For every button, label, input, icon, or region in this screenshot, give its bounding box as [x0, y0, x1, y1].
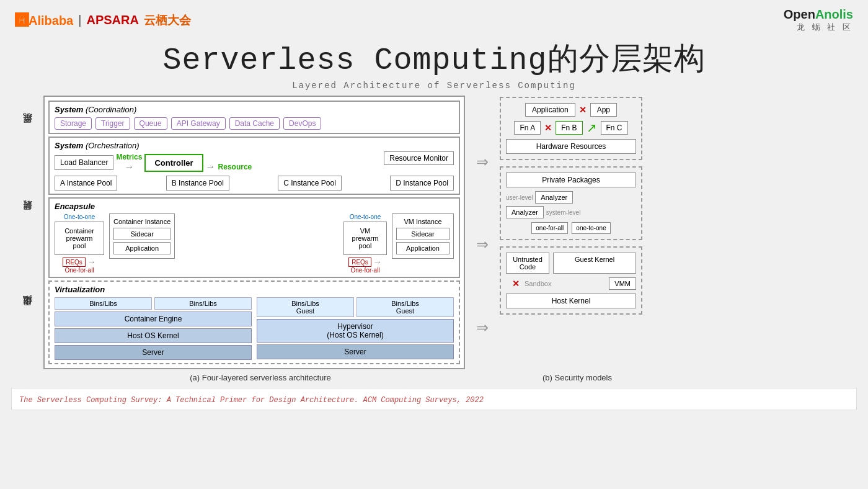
system-orch-header: System (Orchestration) [55, 141, 454, 150]
virt-header: Virtualization [55, 285, 454, 294]
sec-host-kernel: Host Kernel [506, 294, 636, 308]
sec-analyzer-2: Analyzer [506, 206, 544, 218]
sidecar-box-2: Sidecar [396, 228, 450, 240]
sec-fn-b: Fn B [556, 121, 582, 135]
system-coord-box: System (Coordination) Storage Trigger Qu… [48, 101, 460, 134]
sec-untrusted-code: UntrustedCode [506, 253, 549, 274]
sec-fn-a: Fn A [514, 121, 541, 135]
reference-box: The Serverless Computing Survey: A Techn… [11, 388, 857, 410]
instance-pools-row: A Instance Pool B Instance Pool C Instan… [55, 176, 454, 191]
vm-instance-title: VM Instance [396, 218, 450, 225]
encap-layer-label: 封装层 [11, 165, 43, 269]
sec-hardware-box: Hardware Resources [506, 139, 636, 154]
one-to-one-label-2: One-to-one [350, 213, 381, 220]
virt-layer-label: 虚拟化层 [11, 269, 43, 356]
sec-section-c: UntrustedCode Guest Kernel ✕ Sandbox VMM… [500, 246, 642, 315]
sec-application-box: Application [525, 103, 575, 117]
green-arrow-1: ↗ [587, 120, 597, 135]
reference-text: The Serverless Computing Survey: A Techn… [19, 396, 484, 405]
container-prewarm-box: Containerprewarmpool [55, 222, 104, 255]
caption-left: (a) Four-layered serverless architecture [50, 372, 471, 383]
container-side: One-to-one Containerprewarmpool REQs → O… [55, 213, 175, 274]
caption-right: (b) Security models [506, 372, 649, 383]
sec-user-level-row: user-level Analyzer [506, 191, 636, 204]
vm-instance-box: VM Instance Sidecar Application [392, 213, 454, 259]
system-orch-box: System (Orchestration) Resource Monitor … [48, 137, 460, 195]
right-diagram: Application ✕ App Fn A ✕ Fn B ↗ Fn C Har… [500, 96, 642, 369]
layer-labels-col: 系统层 封装层 虚拟化层 [11, 96, 43, 356]
content-area: 系统层 封装层 虚拟化层 System (Coordination) Stora… [0, 96, 868, 369]
vm-side: One-to-one VMprewarmpool REQs → One-for-… [343, 213, 454, 274]
tag-queue: Queue [134, 117, 167, 130]
bins-libs-box-2: Bins/Libs [154, 297, 252, 310]
encapsule-box: Encapsule One-to-one Containerprewarmpoo… [48, 197, 460, 278]
orch-main-row: Resource Monitor Load Balancer Metrics →… [55, 153, 454, 173]
arrows-col: ⇒ ⇒ ⇒ [471, 96, 494, 369]
tag-trigger: Trigger [95, 117, 130, 130]
arrow-1: ⇒ [476, 153, 489, 171]
host-os-box: Host OS Kernel [55, 328, 252, 343]
logo-area: 🅰Alibaba | APSARA 云栖大会 [15, 12, 191, 29]
tag-api-gateway: API Gateway [171, 117, 226, 130]
load-balancer-box: Load Balancer [55, 155, 113, 170]
container-instance-box: Container Instance Sidecar Application [109, 213, 175, 259]
one-for-all-label-1: One-for-all [64, 267, 94, 274]
coord-tags-row: Storage Trigger Queue API Gateway Data C… [55, 117, 454, 130]
system-layer-label: 系统层 [11, 96, 43, 165]
resource-monitor-box: Resource Monitor [384, 151, 454, 165]
sec-vmm: VMM [609, 277, 636, 290]
sec-system-level-row: Analyzer system-level [506, 206, 636, 218]
pool-d: D Instance Pool [390, 176, 454, 191]
user-level-label: user-level [506, 194, 533, 201]
left-section: 系统层 封装层 虚拟化层 System (Coordination) Stora… [11, 96, 465, 369]
sidecar-box-1: Sidecar [113, 228, 170, 240]
sec-one-to-one: one-to-one [572, 222, 610, 234]
sec-private-packages: Private Packages [506, 173, 636, 187]
encapsule-header: Encapsule [55, 202, 454, 211]
hypervisor-box: Hypervisor(Host OS Kernel) [257, 319, 454, 343]
system-level-label: system-level [546, 209, 581, 216]
resource-label: Resource [218, 163, 252, 171]
captions-row: (a) Four-layered serverless architecture… [0, 369, 868, 385]
hypervisor-stack: Bins/LibsGuest Bins/LibsGuest Hypervisor… [257, 297, 454, 360]
one-for-all-label-2: One-for-all [350, 267, 379, 274]
arrow-3: ⇒ [476, 319, 489, 336]
sec-sandbox-row: ✕ Sandbox VMM [506, 277, 636, 290]
red-x-1: ✕ [579, 105, 587, 115]
header: 🅰Alibaba | APSARA 云栖大会 OpenAnolis 龙 蛎 社 … [0, 0, 868, 38]
tag-storage: Storage [55, 117, 92, 130]
vm-prewarm-box: VMprewarmpool [343, 222, 387, 255]
virtualization-box: Virtualization Bins/Libs Bins/Libs Conta… [48, 280, 460, 364]
sec-top-row: UntrustedCode Guest Kernel [506, 253, 636, 274]
bins-libs-guest-2: Bins/LibsGuest [356, 297, 454, 317]
sec-row-fns: Fn A ✕ Fn B ↗ Fn C [506, 120, 636, 135]
sandbox-label: Sandbox [525, 280, 551, 287]
openanolis-logo: OpenAnolis 龙 蛎 社 区 [784, 7, 853, 33]
encapsule-content: One-to-one Containerprewarmpool REQs → O… [55, 213, 454, 274]
application-box-2: Application [396, 242, 450, 254]
apsara-logo: APSARA [86, 13, 138, 27]
red-x-2: ✕ [544, 123, 552, 133]
controller-box: Controller [144, 154, 203, 172]
container-instance-title: Container Instance [113, 218, 170, 225]
sec-guest-kernel: Guest Kernel [553, 253, 636, 274]
sec-bottom-row: one-for-all one-to-one [506, 222, 636, 234]
virt-content-row: Bins/Libs Bins/Libs Container Engine Hos… [55, 297, 454, 360]
pool-b: B Instance Pool [166, 176, 229, 191]
reqs-label-2: REQs [348, 258, 371, 267]
sec-row-app: Application ✕ App [506, 103, 636, 117]
server-box-2: Server [257, 344, 454, 359]
application-box-1: Application [113, 242, 170, 254]
main-title: Serverless Computing的分层架构 [0, 38, 868, 79]
main-diagram: System (Coordination) Storage Trigger Qu… [43, 96, 465, 369]
container-engine-box: Container Engine [55, 312, 252, 326]
system-coord-header: System (Coordination) [55, 105, 454, 114]
sub-title: Layered Architecture of Serverless Compu… [0, 81, 868, 91]
container-stack: Bins/Libs Bins/Libs Container Engine Hos… [55, 297, 252, 360]
pool-c: C Instance Pool [278, 176, 342, 191]
reqs-label-1: REQs [63, 258, 86, 267]
sec-app-box: App [590, 103, 617, 117]
metrics-label: Metrics [116, 153, 142, 161]
alibaba-logo: 🅰Alibaba [15, 12, 73, 29]
sec-one-for-all: one-for-all [531, 222, 568, 234]
